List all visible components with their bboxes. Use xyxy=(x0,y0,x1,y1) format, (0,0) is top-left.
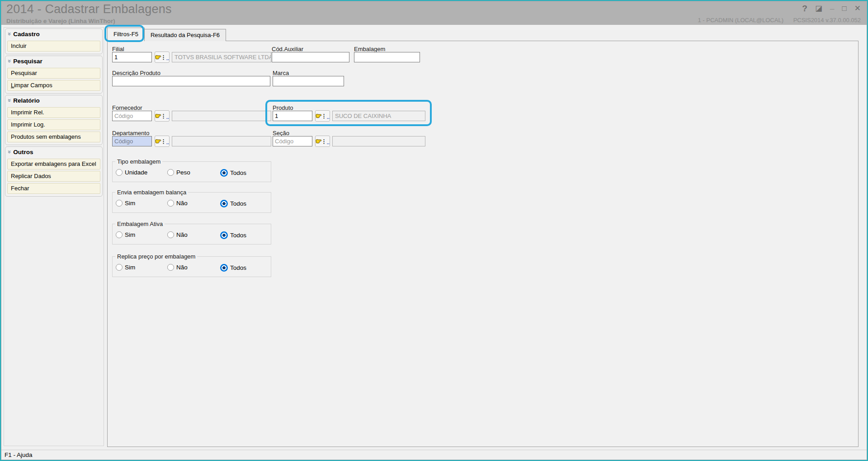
vertical-dots-icon: ⋮ xyxy=(321,139,327,144)
vertical-dots-icon: ⋮ xyxy=(161,139,166,144)
pointing-hand-icon: ☛ xyxy=(155,54,161,61)
help-icon[interactable]: ? xyxy=(802,4,807,14)
secao-name-field xyxy=(332,136,425,146)
sidebar-header-relatorio[interactable]: »Relatório xyxy=(7,96,101,106)
radio-option-nao[interactable]: Não xyxy=(167,264,188,271)
session-info: 1 - PCADMIN (LOCAL@LOCAL) PCSIS2014 v.37… xyxy=(690,17,861,24)
close-icon[interactable]: ✕ xyxy=(854,4,861,14)
window-controls: ? ◪ _ □ ✕ xyxy=(802,4,861,14)
radio-label: Todos xyxy=(230,264,246,271)
departamento-label: Departamento xyxy=(112,130,149,136)
pointing-hand-icon: ☛ xyxy=(155,113,161,119)
produto-name-field: SUCO DE CAIXINHA xyxy=(332,111,425,121)
radio-label: Sim xyxy=(125,231,135,238)
maximize-icon[interactable]: □ xyxy=(842,4,846,14)
radio-option-todos[interactable]: Todos xyxy=(220,231,246,239)
radio-option-todos[interactable]: Todos xyxy=(220,169,246,177)
radio-option-todos[interactable]: Todos xyxy=(220,264,246,272)
radio-option-sim[interactable]: Sim xyxy=(116,200,135,207)
departamento-lookup-button[interactable]: ☛⋮.. xyxy=(155,136,170,147)
filial-input[interactable] xyxy=(112,52,152,62)
app-window: 2014 - Cadastrar Embalagens Distribuição… xyxy=(0,0,868,461)
tab-resultado-pesquisa-f6[interactable]: Resultado da Pesquisa-F6 xyxy=(145,29,226,41)
sidebar-item-imprimir-log[interactable]: Imprimir Log. xyxy=(7,119,100,130)
ellipsis-icon: .. xyxy=(327,115,330,120)
fornecedor-name-field xyxy=(172,111,271,121)
ellipsis-icon: .. xyxy=(166,56,169,61)
minimize-icon[interactable]: _ xyxy=(830,1,834,11)
pointing-hand-icon: ☛ xyxy=(155,138,161,145)
pointing-hand-icon: ☛ xyxy=(316,113,321,119)
radio-unchecked-icon xyxy=(167,264,174,271)
group-title: Replica preço por embalagem xyxy=(115,253,197,260)
cod-auxiliar-input[interactable] xyxy=(272,52,349,62)
sidebar-item-imprimir-rel[interactable]: Imprimir Rel. xyxy=(7,107,100,118)
tab-filtros-f5[interactable]: Filtros-F5 xyxy=(107,28,145,41)
sidebar-item-pesquisar[interactable]: Pesquisar xyxy=(7,68,100,79)
sidebar-item-replicar-dados[interactable]: Replicar Dados xyxy=(7,171,100,182)
secao-lookup-button[interactable]: ☛⋮.. xyxy=(315,136,330,147)
radio-unchecked-icon xyxy=(167,231,174,238)
sidebar-item-limpar-campos[interactable]: Limpar Campos xyxy=(7,80,100,91)
radio-option-todos[interactable]: Todos xyxy=(220,200,246,207)
radio-option-nao[interactable]: Não xyxy=(167,200,188,207)
embalagem-label: Embalagem xyxy=(354,46,385,52)
radio-unchecked-icon xyxy=(116,264,123,271)
radio-label: Não xyxy=(176,200,188,207)
filial-name-field: TOTVS BRASILIA SOFTWARE LTDA xyxy=(172,52,271,62)
tabstrip: Filtros-F5 Resultado da Pesquisa-F6 xyxy=(107,26,226,41)
filial-label: Filial xyxy=(112,46,124,52)
cod-auxiliar-label: Cód.Auxiliar xyxy=(272,46,303,52)
sidebar-header-outros[interactable]: »Outros xyxy=(7,147,101,157)
sidebar-header-pesquisar[interactable]: »Pesquisar xyxy=(7,56,101,66)
radio-unchecked-icon xyxy=(116,169,123,176)
radio-group-tipo-embalagem: Tipo embalagem Unidade Peso Todos xyxy=(112,161,271,182)
produto-codigo-input[interactable] xyxy=(273,111,312,121)
radio-label: Todos xyxy=(230,232,246,239)
chevron-double-down-icon: » xyxy=(5,59,14,62)
titlebar: 2014 - Cadastrar Embalagens Distribuição… xyxy=(1,1,867,25)
radio-option-peso[interactable]: Peso xyxy=(167,169,190,176)
sidebar-item-fechar[interactable]: Fechar xyxy=(7,183,100,194)
fornecedor-codigo-input[interactable] xyxy=(112,111,152,121)
ellipsis-icon: .. xyxy=(166,140,169,145)
chevron-double-down-icon: » xyxy=(5,150,14,153)
chevron-double-down-icon: » xyxy=(5,32,14,35)
sidebar: »Cadastro Incluir »Pesquisar Pesquisar L… xyxy=(4,27,104,446)
embalagem-input[interactable] xyxy=(354,52,420,62)
fornecedor-lookup-button[interactable]: ☛⋮.. xyxy=(155,110,170,122)
sidebar-item-produtos-sem-embalagens[interactable]: Produtos sem embalagens xyxy=(7,132,100,142)
radio-label: Sim xyxy=(125,264,135,271)
radio-option-nao[interactable]: Não xyxy=(167,231,188,238)
section-title: Relatório xyxy=(13,97,40,104)
radio-group-embalagem-ativa: Embalagem Ativa Sim Não Todos xyxy=(112,224,271,245)
secao-codigo-input[interactable] xyxy=(273,136,312,146)
window-title: 2014 - Cadastrar Embalagens xyxy=(6,2,172,16)
section-title: Pesquisar xyxy=(13,58,42,65)
filial-lookup-button[interactable]: ☛⋮.. xyxy=(155,52,170,63)
produto-lookup-button[interactable]: ☛⋮.. xyxy=(315,110,330,122)
radio-option-unidade[interactable]: Unidade xyxy=(116,169,147,176)
sidebar-header-cadastro[interactable]: »Cadastro xyxy=(7,29,101,39)
restore-split-icon[interactable]: ◪ xyxy=(815,4,822,14)
secao-label: Seção xyxy=(273,130,289,136)
marca-input[interactable] xyxy=(273,76,344,86)
radio-unchecked-icon xyxy=(167,169,174,176)
radio-label: Todos xyxy=(230,200,246,207)
radio-checked-icon xyxy=(220,200,228,207)
radio-unchecked-icon xyxy=(167,200,174,207)
departamento-codigo-input[interactable] xyxy=(112,136,152,146)
group-title: Tipo embalagem xyxy=(115,158,162,165)
sidebar-item-exportar-excel[interactable]: Exportar embalagens para Excel xyxy=(7,159,100,169)
radio-group-replica-preco: Replica preço por embalagem Sim Não Todo… xyxy=(112,256,271,277)
descricao-produto-input[interactable] xyxy=(112,76,270,86)
marca-label: Marca xyxy=(273,70,289,76)
section-title: Outros xyxy=(13,149,33,155)
radio-checked-icon xyxy=(220,169,228,177)
radio-option-sim[interactable]: Sim xyxy=(116,264,135,271)
radio-label: Não xyxy=(176,231,188,238)
radio-option-sim[interactable]: Sim xyxy=(116,231,135,238)
radio-label: Não xyxy=(176,264,188,271)
descricao-produto-label: Descrição Produto xyxy=(112,70,160,76)
sidebar-item-incluir[interactable]: Incluir xyxy=(7,41,100,52)
